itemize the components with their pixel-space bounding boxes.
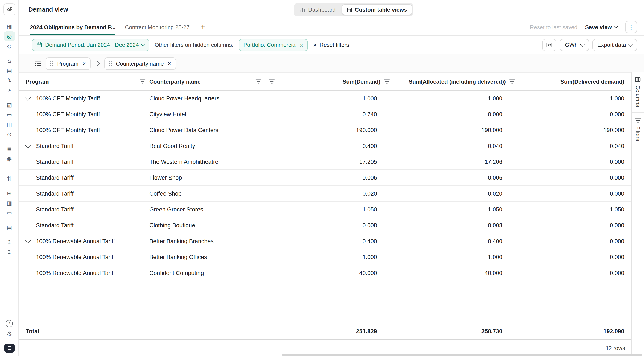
cell-counterparty: Green Grocer Stores	[150, 206, 265, 213]
tab-label: Contract Monitoring 25-27	[125, 24, 190, 30]
table-row[interactable]: Standard Tariff Green Grocer Stores 1.05…	[19, 202, 631, 217]
drag-handle-icon[interactable]	[50, 61, 53, 66]
workspace-icon[interactable]: ▭	[4, 208, 15, 218]
cell-program: Standard Tariff	[36, 158, 150, 165]
table-row[interactable]: 100% Renewable Annual Tariff Confident C…	[19, 265, 631, 281]
stack-icon[interactable]: ≡	[4, 164, 15, 174]
assets-icon[interactable]: ◫	[4, 120, 15, 129]
total-row: Total 251.829 250.730 192.090	[19, 323, 631, 340]
cell-counterparty: Better Banking Offices	[150, 254, 265, 260]
document-icon[interactable]: ▤	[4, 223, 15, 233]
calendar-icon	[36, 42, 42, 48]
app-logo[interactable]	[3, 3, 15, 15]
demand-period-label: Demand Period: Jan 2024 - Dec 2024	[45, 42, 139, 48]
cell-sum-allocated: 0.040	[377, 143, 502, 149]
upload-icon[interactable]: ↥	[4, 237, 15, 247]
column-header-sum-allocated[interactable]: Sum(Allocated (including delivered))	[377, 78, 502, 85]
column-label: Sum(Demand)	[342, 78, 380, 85]
table-row[interactable]: Standard Tariff Coffee Shop 0.020 0.020 …	[19, 186, 631, 202]
remove-filter-icon[interactable]: ×	[300, 42, 303, 48]
table-row[interactable]: 100% CFE Monthly Tariff Cloud Power Head…	[19, 90, 631, 106]
table-row[interactable]: 100% CFE Monthly Tariff Cityview Hotel 0…	[19, 106, 631, 122]
energy-bolt-icon[interactable]: ↯	[4, 75, 15, 85]
settings-gear-icon[interactable]: ⚙	[4, 329, 15, 339]
table-row[interactable]: 100% Renewable Annual Tariff Better Bank…	[19, 233, 631, 249]
demand-target-icon[interactable]: ◎	[4, 31, 15, 41]
save-view-button[interactable]: Save view	[585, 24, 618, 30]
cell-program: Standard Tariff	[36, 222, 150, 228]
columns-panel-tab[interactable]: Columns	[635, 72, 641, 112]
remove-group-icon[interactable]: ×	[168, 60, 171, 66]
account-icon[interactable]: ◉	[4, 154, 15, 164]
cell-sum-demand: 0.400	[265, 238, 377, 244]
custom-table-views-label: Custom table views	[355, 6, 407, 13]
group-rows-icon[interactable]	[35, 61, 41, 66]
table-row[interactable]: 100% CFE Monthly Tariff Cloud Power Data…	[19, 122, 631, 138]
table-row[interactable]: Standard Tariff Real Good Realty 0.400 0…	[19, 138, 631, 154]
total-sum-delivered: 192.090	[502, 328, 624, 334]
portfolio-icon[interactable]: ⌂	[4, 56, 15, 66]
remove-group-icon[interactable]: ×	[82, 60, 86, 66]
column-header-counterparty[interactable]: Counterparty name	[150, 78, 265, 85]
supply-icon[interactable]: ◇	[4, 41, 15, 51]
export-up-icon[interactable]: ↥	[4, 247, 15, 257]
table-row[interactable]: 100% Renewable Annual Tariff Better Bank…	[19, 249, 631, 265]
filter-funnel-icon[interactable]	[256, 79, 262, 84]
help-icon[interactable]: ?	[4, 319, 15, 329]
reset-to-last-saved-button[interactable]: Reset to last saved	[530, 24, 578, 30]
contracts-icon[interactable]: ▤	[4, 66, 15, 75]
tab-contract-monitoring[interactable]: Contract Monitoring 25-27	[125, 19, 190, 35]
table-row[interactable]: Standard Tariff Flower Shop 0.006 0.006 …	[19, 170, 631, 186]
monitor-icon[interactable]: ▭	[4, 110, 15, 120]
cell-program: 100% Renewable Annual Tariff	[36, 254, 150, 260]
more-options-button[interactable]: ⋮	[625, 21, 637, 33]
collapse-group-chevron-icon[interactable]	[25, 237, 31, 243]
column-width-icon	[546, 42, 552, 48]
reports-icon[interactable]: ▧	[4, 100, 15, 110]
collapse-group-chevron-icon[interactable]	[25, 94, 31, 100]
group-chip-program[interactable]: Program ×	[46, 57, 90, 70]
total-sum-allocated: 250.730	[377, 328, 502, 334]
cell-counterparty: Confident Computing	[150, 270, 265, 276]
tab-2024-obligations[interactable]: 2024 Obligations by Demand P...	[30, 19, 116, 35]
cell-counterparty: Better Banking Branches	[150, 238, 265, 244]
cell-program: Standard Tariff	[36, 190, 150, 197]
column-header-sum-demand[interactable]: Sum(Demand)	[265, 78, 377, 85]
dashboard-toggle-button[interactable]: Dashboard	[295, 4, 341, 15]
file-report-icon[interactable]: ▥	[4, 198, 15, 208]
fit-column-width-button[interactable]	[542, 39, 556, 51]
table-row[interactable]: Standard Tariff Clothing Boutique 0.008 …	[19, 217, 631, 233]
meter-gauge-icon[interactable]: ◔	[4, 85, 15, 95]
column-header-program[interactable]: Program	[26, 78, 150, 85]
layers-icon[interactable]: ≣	[4, 144, 15, 154]
reset-filters-button[interactable]: × Reset filters	[313, 42, 349, 48]
modules-grid-icon[interactable]: ▦	[4, 21, 15, 31]
export-data-button[interactable]: Export data	[592, 39, 637, 51]
cell-sum-allocated: 190.000	[377, 127, 502, 133]
cell-sum-demand: 190.000	[265, 127, 377, 133]
portfolio-filter-chip[interactable]: Portfolio: Commercial ×	[239, 39, 308, 51]
table-row[interactable]: Standard Tariff The Western Amphitheatre…	[19, 154, 631, 170]
filters-tab-label: Filters	[635, 126, 641, 141]
add-tab-button[interactable]: +	[199, 19, 207, 35]
apps-add-icon[interactable]: ⊞	[4, 188, 15, 198]
group-chip-counterparty-name[interactable]: Counterparty name ×	[104, 57, 176, 70]
drag-handle-icon[interactable]	[109, 61, 112, 66]
app-header: Demand view Dashboard Custom table views	[19, 0, 644, 19]
custom-table-views-toggle-button[interactable]: Custom table views	[342, 4, 412, 15]
demand-period-filter-chip[interactable]: Demand Period: Jan 2024 - Dec 2024	[32, 39, 150, 51]
cell-sum-delivered: 0.000	[502, 254, 624, 260]
filter-funnel-icon[interactable]	[140, 79, 146, 84]
collapse-panel-button[interactable]	[4, 344, 14, 353]
page-title: Demand view	[28, 6, 68, 13]
cell-program: Standard Tariff	[36, 143, 150, 149]
collapse-group-chevron-icon[interactable]	[25, 142, 31, 148]
unit-select[interactable]: GWh	[560, 39, 589, 51]
search-icon[interactable]: ⊙	[4, 129, 15, 139]
kebab-icon: ⋮	[628, 24, 634, 30]
sort-icon[interactable]: ⇅	[4, 174, 15, 184]
column-header-sum-delivered[interactable]: Sum(Delivered demand)	[502, 78, 624, 85]
horizontal-scrollbar[interactable]	[282, 354, 642, 356]
filters-panel-tab[interactable]: Filters	[635, 113, 641, 146]
chevron-down-icon	[614, 24, 618, 28]
